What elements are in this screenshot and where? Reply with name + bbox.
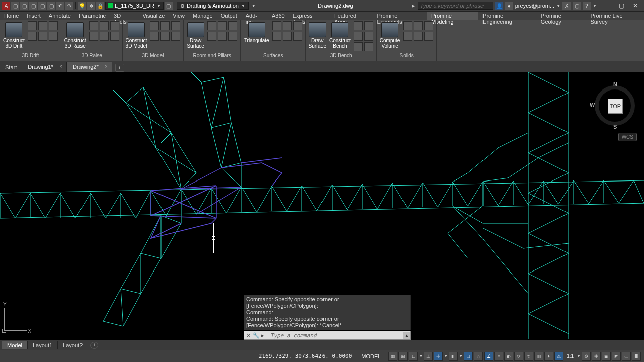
ribbon-small-button[interactable] bbox=[424, 32, 433, 41]
ribbon-small-button[interactable] bbox=[364, 42, 373, 51]
ribbon-small-button[interactable] bbox=[207, 21, 216, 30]
ribbon-small-button[interactable] bbox=[354, 21, 363, 30]
annomonitor-toggle[interactable]: ⚠ bbox=[554, 352, 564, 361]
ribbon-small-button[interactable] bbox=[38, 32, 47, 41]
app-icon[interactable]: A bbox=[2, 2, 10, 10]
ribbon-tab-promine-live-survey[interactable]: Promine Live Survey bbox=[586, 12, 644, 20]
infer-toggle[interactable]: ∟ bbox=[409, 352, 418, 361]
ribbon-small-button[interactable] bbox=[354, 42, 363, 51]
ribbon-small-button[interactable] bbox=[228, 21, 237, 30]
ribbon-small-button[interactable] bbox=[414, 32, 423, 41]
chevron-down-icon[interactable]: ▼ bbox=[593, 4, 597, 8]
isodraft-toggle[interactable]: ◧ bbox=[449, 352, 458, 361]
wcs-badge[interactable]: WCS bbox=[618, 133, 637, 141]
ribbon-small-button[interactable] bbox=[38, 21, 47, 30]
ribbon-tab-manage[interactable]: Manage bbox=[189, 12, 217, 20]
customize-status-icon[interactable]: ≣ bbox=[632, 352, 641, 361]
chevron-down-icon[interactable]: ▼ bbox=[556, 4, 560, 8]
close-icon[interactable]: × bbox=[59, 64, 62, 69]
ribbon-small-button[interactable] bbox=[171, 21, 180, 30]
stayconnected-icon[interactable]: ▢ bbox=[573, 2, 581, 10]
ribbon-tab-view[interactable]: View bbox=[169, 12, 189, 20]
command-history[interactable]: Command: Specify opposite corner or [Fen… bbox=[244, 295, 411, 330]
layer-flyout-icon[interactable]: ▢ bbox=[165, 2, 173, 10]
ribbon-small-button[interactable] bbox=[218, 21, 227, 30]
command-expand-icon[interactable]: ▲ bbox=[403, 332, 410, 339]
ribbon-small-button[interactable] bbox=[403, 32, 412, 41]
transparency-toggle[interactable]: ◐ bbox=[504, 352, 513, 361]
new-icon[interactable]: ▢ bbox=[11, 2, 19, 10]
ribbon-tab-home[interactable]: Home bbox=[0, 12, 23, 20]
close-button[interactable]: ✕ bbox=[632, 2, 639, 9]
anno-scale[interactable]: 1:1 bbox=[565, 353, 576, 359]
ortho-toggle[interactable]: ⊥ bbox=[424, 352, 433, 361]
help-icon[interactable]: ? bbox=[583, 2, 591, 10]
ribbon-small-button[interactable] bbox=[89, 21, 98, 30]
ribbon-tab-parametric[interactable]: Parametric bbox=[75, 12, 110, 20]
maximize-button[interactable]: ▢ bbox=[618, 2, 625, 9]
ribbon-small-button[interactable] bbox=[160, 21, 170, 30]
ribbon-small-button[interactable] bbox=[293, 32, 302, 41]
ribbon-small-button[interactable] bbox=[171, 32, 180, 41]
ribbon-tab-featured-apps[interactable]: Featured Apps bbox=[330, 12, 373, 20]
qat-overflow-icon[interactable]: ▼ bbox=[250, 4, 258, 8]
ribbon-tab-add-ins[interactable]: Add-ins bbox=[242, 12, 268, 20]
ribbon-small-button[interactable] bbox=[364, 32, 373, 41]
ribbon-small-button[interactable] bbox=[150, 32, 159, 41]
layout-tab-model[interactable]: Model bbox=[2, 341, 28, 349]
ribbon-tab-express-tools[interactable]: Express Tools bbox=[289, 12, 330, 20]
user-status-icon[interactable]: ● bbox=[505, 2, 513, 10]
viewcube-face[interactable]: TOP bbox=[608, 99, 623, 114]
command-input[interactable]: Type a command bbox=[268, 332, 403, 339]
ribbon-small-button[interactable] bbox=[150, 21, 159, 30]
ribbon-small-button[interactable] bbox=[49, 32, 58, 41]
polar-toggle[interactable]: ✛ bbox=[434, 352, 443, 361]
lineweight-toggle[interactable]: ≡ bbox=[494, 352, 503, 361]
model-viewport[interactable]: TOP N S W WCS X Y Command: Specify oppos… bbox=[0, 72, 644, 340]
ribbon-small-button[interactable] bbox=[228, 32, 237, 41]
ribbon-tab-promine-essentials[interactable]: Promine Essentials bbox=[373, 12, 427, 20]
ribbon-button[interactable]: Draw Surface bbox=[309, 21, 326, 49]
user-label[interactable]: preyes@prom... bbox=[515, 3, 554, 9]
ribbon-button[interactable]: Compute Volume bbox=[380, 21, 400, 49]
plot-icon[interactable]: ▢ bbox=[47, 2, 55, 10]
open-icon[interactable]: ▢ bbox=[20, 2, 28, 10]
ribbon-small-button[interactable] bbox=[283, 32, 292, 41]
snapmode-toggle[interactable]: ⊞ bbox=[398, 352, 408, 361]
selection-cycling-toggle[interactable]: ⟳ bbox=[514, 352, 523, 361]
command-config-icon[interactable]: 🔧 bbox=[252, 331, 260, 339]
ribbon-button[interactable]: Draw Surface bbox=[187, 21, 204, 49]
add-document-button[interactable]: + bbox=[115, 64, 124, 72]
viewcube-west[interactable]: W bbox=[590, 102, 595, 108]
ribbon-button[interactable]: Triangulate bbox=[244, 21, 269, 43]
coordinates-readout[interactable]: 2169.7329, 3073.6426, 0.0000 bbox=[254, 353, 357, 359]
ribbon-small-button[interactable] bbox=[354, 32, 363, 41]
ribbon-button[interactable]: Construct 3D Raise bbox=[64, 21, 86, 49]
bulb-icon[interactable]: 💡 bbox=[78, 2, 86, 10]
space-label[interactable]: MODEL bbox=[357, 353, 385, 359]
command-close-icon[interactable]: ✕ bbox=[244, 331, 252, 339]
saveas-icon[interactable]: ▢ bbox=[38, 2, 46, 10]
layer-combo[interactable]: L_1175_3D_DR ▼ bbox=[105, 2, 164, 10]
add-layout-button[interactable]: + bbox=[90, 342, 98, 349]
view-cube[interactable]: TOP N S W bbox=[592, 82, 638, 129]
lock-icon[interactable]: 🔒 bbox=[96, 2, 104, 10]
ribbon-tab-promine-geology[interactable]: Promine Geology bbox=[537, 12, 587, 20]
status-dropdown-icon[interactable]: ▼ bbox=[444, 354, 448, 358]
signin-icon[interactable]: 👤 bbox=[495, 2, 503, 10]
undo-icon[interactable]: ↶ bbox=[56, 2, 64, 10]
selection-filter-toggle[interactable]: ▥ bbox=[534, 352, 543, 361]
command-line[interactable]: ✕ 🔧 ▸_ Type a command ▲ bbox=[244, 331, 411, 340]
ribbon-small-button[interactable] bbox=[424, 21, 433, 30]
layout-tab-layout1[interactable]: Layout1 bbox=[28, 341, 58, 349]
ribbon-small-button[interactable] bbox=[272, 32, 281, 41]
ribbon-small-button[interactable] bbox=[293, 21, 302, 30]
otrack-toggle[interactable]: ∠ bbox=[484, 352, 493, 361]
isolate-objects-icon[interactable]: ◩ bbox=[612, 352, 621, 361]
ribbon-small-button[interactable] bbox=[414, 21, 423, 30]
ribbon-small-button[interactable] bbox=[28, 32, 37, 41]
ribbon-small-button[interactable] bbox=[160, 32, 170, 41]
annotation-visibility-toggle[interactable]: ✚ bbox=[592, 352, 601, 361]
ribbon-tab-promine-modeling[interactable]: Promine Modeling bbox=[427, 12, 478, 20]
viewcube-south[interactable]: S bbox=[613, 124, 617, 130]
